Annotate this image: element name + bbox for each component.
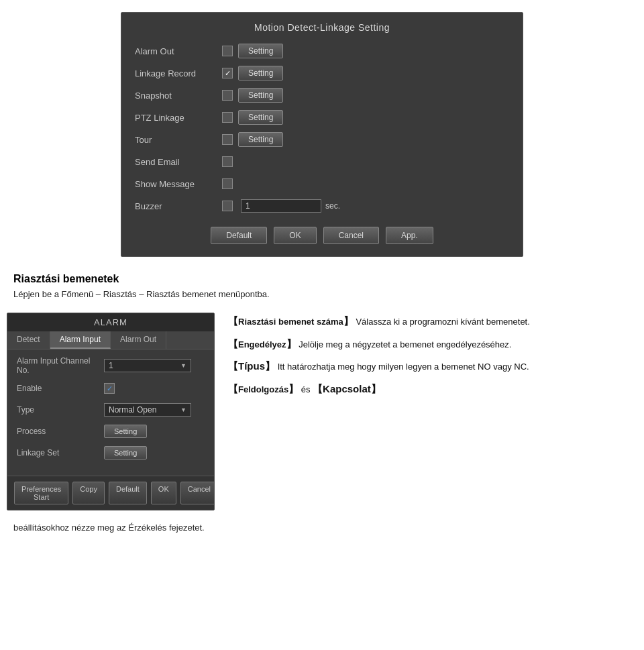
alarm-dialog: ALARM Detect Alarm Input Alarm Out Alarm…: [7, 313, 215, 510]
term-2: Engedélyez: [238, 339, 286, 349]
tour-label: Tour: [135, 135, 222, 145]
alarm-channel-row: Alarm Input Channel No. 1 ▼: [17, 356, 205, 375]
alarm-footer: Preferences Start Copy Default OK Cancel…: [7, 476, 214, 510]
bracket-open-4: 【: [228, 383, 238, 394]
alarm-enable-label: Enable: [17, 384, 104, 393]
tipus-bracket: 【Típus】: [228, 360, 275, 372]
alarm-body: Alarm Input Channel No. 1 ▼ Enable Type …: [7, 349, 214, 476]
alarm-ok-btn[interactable]: OK: [151, 482, 176, 504]
send-email-label: Send Email: [135, 157, 222, 167]
snapshot-checkbox[interactable]: [222, 90, 233, 101]
alarm-out-label: Alarm Out: [135, 46, 222, 56]
right-text-p3: 【Típus】 Itt határozhatja meg hogy milyen…: [228, 358, 637, 375]
right-text-p1: 【Riasztási bemenet száma】 Válassza ki a …: [228, 313, 637, 330]
linkage-record-checkbox[interactable]: [222, 68, 233, 78]
tab-alarm-out[interactable]: Alarm Out: [111, 331, 166, 349]
alarm-channel-label: Alarm Input Channel No.: [17, 356, 104, 375]
alarm-out-checkbox[interactable]: [222, 46, 233, 56]
alarm-tabs: Detect Alarm Input Alarm Out: [7, 331, 214, 349]
copy-btn[interactable]: Copy: [72, 482, 105, 504]
term-1: Riasztási bemenet száma: [238, 317, 343, 327]
bracket-open-2: 【: [228, 338, 238, 349]
alarm-channel-select[interactable]: 1 ▼: [104, 359, 191, 372]
alarm-default-btn[interactable]: Default: [109, 482, 147, 504]
alarm-type-value: Normal Open: [109, 405, 156, 415]
buzzer-label: Buzzer: [135, 201, 222, 211]
top-dialog-footer: Default OK Cancel App.: [135, 227, 509, 244]
alarm-process-row: Process Setting: [17, 423, 205, 439]
show-message-checkbox[interactable]: [222, 178, 233, 189]
send-email-row: Send Email: [135, 153, 509, 170]
alarm-enable-checkbox[interactable]: [104, 383, 115, 394]
section-subtext: Lépjen be a Főmenü – Riasztás – Riasztás…: [13, 289, 631, 299]
right-text-p2: 【Engedélyez】 Jelölje meg a négyzetet a b…: [228, 335, 637, 353]
ptz-linkage-row: PTZ Linkage Setting: [135, 109, 509, 126]
app-btn[interactable]: App.: [386, 227, 433, 244]
alarm-type-select[interactable]: Normal Open ▼: [104, 403, 191, 417]
buzzer-unit-label: sec.: [325, 201, 340, 211]
right-text-rest-4: és: [301, 384, 313, 394]
buzzer-row: Buzzer sec.: [135, 197, 509, 215]
bottom-section: ALARM Detect Alarm Input Alarm Out Alarm…: [0, 313, 644, 517]
alarm-type-arrow-icon: ▼: [180, 407, 186, 413]
linkage-record-label: Linkage Record: [135, 68, 222, 78]
alarm-type-label: Type: [17, 405, 104, 415]
alarm-linkage-set-btn[interactable]: Setting: [104, 446, 147, 459]
alarm-channel-arrow-icon: ▼: [180, 362, 186, 369]
right-text-rest-3: Itt határozhatja meg hogy milyen legyen …: [278, 362, 529, 372]
show-message-label: Show Message: [135, 179, 222, 189]
alarm-process-label: Process: [17, 427, 104, 436]
buzzer-checkbox[interactable]: [222, 201, 233, 211]
bracket-close-1: 】: [343, 315, 354, 327]
top-dialog-wrapper: Motion Detect-Linkage Setting Alarm Out …: [0, 0, 644, 264]
snapshot-label: Snapshot: [135, 91, 222, 101]
snapshot-setting-btn[interactable]: Setting: [238, 88, 283, 103]
term-4: Feldolgozás: [238, 384, 288, 394]
bracket-close-2: 】: [286, 338, 297, 349]
right-text-rest-2: Jelölje meg a négyzetet a bemenet engedé…: [299, 339, 511, 349]
alarm-process-setting-btn[interactable]: Setting: [104, 425, 147, 438]
right-text-column: 【Riasztási bemenet száma】 Válassza ki a …: [215, 313, 637, 402]
bracket-close-4: 】: [288, 383, 299, 394]
tour-row: Tour Setting: [135, 131, 509, 148]
alarm-dialog-title: ALARM: [7, 313, 214, 331]
motion-detect-dialog: Motion Detect-Linkage Setting Alarm Out …: [121, 12, 523, 257]
cancel-btn[interactable]: Cancel: [323, 227, 379, 244]
alarm-channel-value: 1: [109, 361, 113, 370]
middle-text-section: Riasztási bemenetek Lépjen be a Főmenü –…: [0, 264, 644, 313]
kapcsolat-bracket: 【Kapcsolat】: [313, 383, 381, 394]
ptz-linkage-setting-btn[interactable]: Setting: [238, 110, 283, 125]
tab-alarm-input[interactable]: Alarm Input: [50, 331, 111, 349]
dialog-title: Motion Detect-Linkage Setting: [135, 22, 509, 33]
alarm-cancel-btn[interactable]: Cancel: [180, 482, 215, 504]
default-btn[interactable]: Default: [211, 227, 267, 244]
section-heading: Riasztási bemenetek: [13, 273, 631, 285]
right-text-rest-1: Válassza ki a programozni kívánt bemenet…: [356, 317, 529, 327]
alarm-out-setting-btn[interactable]: Setting: [238, 44, 283, 58]
right-text-p4: 【Feldolgozás】 és 【Kapcsolat】: [228, 380, 637, 398]
tour-setting-btn[interactable]: Setting: [238, 132, 283, 147]
tab-detect[interactable]: Detect: [7, 331, 50, 349]
tour-checkbox[interactable]: [222, 134, 233, 145]
alarm-linkage-set-row: Linkage Set Setting: [17, 445, 205, 461]
ptz-linkage-label: PTZ Linkage: [135, 113, 222, 123]
ok-btn[interactable]: OK: [274, 227, 316, 244]
bracket-open-1: 【: [228, 315, 238, 327]
linkage-record-setting-btn[interactable]: Setting: [238, 66, 283, 80]
buzzer-input[interactable]: [241, 199, 321, 213]
snapshot-row: Snapshot Setting: [135, 87, 509, 104]
show-message-row: Show Message: [135, 175, 509, 193]
alarm-type-row: Type Normal Open ▼: [17, 402, 205, 418]
alarm-linkage-set-label: Linkage Set: [17, 448, 104, 457]
alarm-enable-row: Enable: [17, 380, 205, 396]
bottom-caption: beállításokhoz nézze meg az Érzékelés fe…: [0, 517, 644, 539]
linkage-record-row: Linkage Record Setting: [135, 64, 509, 82]
alarm-out-row: Alarm Out Setting: [135, 42, 509, 60]
ptz-linkage-checkbox[interactable]: [222, 112, 233, 123]
preferences-start-btn[interactable]: Preferences Start: [14, 482, 68, 504]
send-email-checkbox[interactable]: [222, 156, 233, 167]
